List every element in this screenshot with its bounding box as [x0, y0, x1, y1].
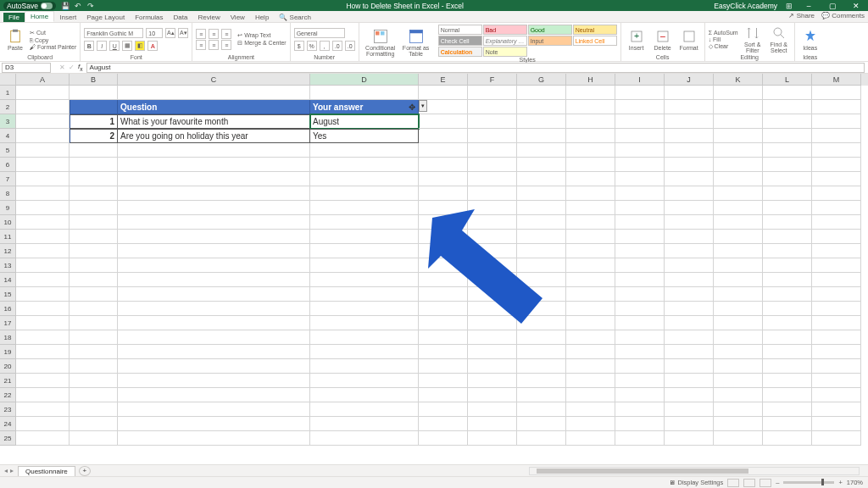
cell[interactable] — [566, 273, 615, 287]
cell[interactable] — [566, 158, 615, 172]
row-header[interactable]: 13 — [0, 258, 16, 273]
paste-button[interactable]: Paste — [3, 25, 27, 54]
undo-icon[interactable]: ↶ — [74, 1, 83, 10]
cell[interactable]: 1 — [70, 114, 118, 129]
merge-center-button[interactable]: ⊟ Merge & Center — [237, 40, 286, 47]
ideas-button[interactable]: Ideas — [798, 25, 822, 54]
cell[interactable] — [566, 201, 615, 215]
cell[interactable] — [70, 302, 118, 316]
cell[interactable] — [615, 330, 665, 345]
cell[interactable] — [714, 158, 763, 172]
cell[interactable] — [566, 244, 615, 258]
cell[interactable] — [419, 114, 468, 129]
cell[interactable] — [70, 417, 118, 431]
cell[interactable] — [763, 230, 812, 244]
cut-button[interactable]: ✂ Cut — [30, 30, 76, 36]
cell[interactable] — [16, 86, 70, 100]
cell[interactable] — [763, 330, 812, 345]
cell[interactable] — [468, 172, 517, 186]
cell[interactable] — [763, 345, 812, 359]
cell[interactable] — [665, 215, 714, 230]
cell[interactable] — [812, 100, 861, 114]
cell[interactable] — [615, 273, 665, 287]
cell[interactable] — [310, 273, 419, 287]
cell[interactable] — [763, 287, 812, 302]
row-header[interactable]: 14 — [0, 273, 16, 287]
cell[interactable] — [70, 431, 118, 446]
cell[interactable] — [665, 402, 714, 417]
cell[interactable] — [665, 143, 714, 158]
cell[interactable] — [812, 345, 861, 359]
cell[interactable] — [310, 201, 419, 215]
row-header[interactable]: 12 — [0, 244, 16, 258]
cell[interactable] — [16, 374, 70, 388]
cell[interactable] — [310, 402, 419, 417]
cell[interactable] — [763, 143, 812, 158]
cellstyle-calc[interactable]: Calculation — [438, 47, 482, 57]
cell[interactable] — [118, 359, 310, 374]
number-format-select[interactable]: General — [294, 28, 345, 38]
row-header[interactable]: 9 — [0, 201, 16, 215]
cell[interactable] — [70, 287, 118, 302]
cell[interactable] — [419, 86, 468, 100]
fill-button[interactable]: ↓ Fill — [709, 36, 738, 42]
col-E[interactable]: E — [419, 74, 468, 86]
tab-nav-next-icon[interactable]: ▸ — [10, 467, 14, 474]
cell[interactable] — [310, 302, 419, 316]
cell[interactable] — [310, 287, 419, 302]
delete-cells-button[interactable]: –Delete — [651, 25, 675, 54]
row-header[interactable]: 7 — [0, 172, 16, 186]
find-select-button[interactable]: Find & Select — [767, 25, 791, 54]
cell[interactable] — [16, 273, 70, 287]
cell[interactable] — [70, 359, 118, 374]
cell[interactable] — [70, 158, 118, 172]
cell[interactable] — [419, 345, 468, 359]
cell[interactable] — [16, 172, 70, 186]
cell[interactable]: August — [310, 114, 419, 129]
cell[interactable] — [16, 345, 70, 359]
cell[interactable] — [310, 431, 419, 446]
cell[interactable] — [16, 244, 70, 258]
cell[interactable] — [310, 172, 419, 186]
cell[interactable] — [615, 359, 665, 374]
cell[interactable] — [310, 345, 419, 359]
cell[interactable] — [468, 431, 517, 446]
cell[interactable] — [16, 330, 70, 345]
insert-cells-button[interactable]: +Insert — [625, 25, 648, 54]
cell[interactable] — [665, 158, 714, 172]
col-K[interactable]: K — [714, 74, 763, 86]
cell[interactable] — [812, 359, 861, 374]
cell[interactable] — [566, 215, 615, 230]
cell[interactable] — [70, 273, 118, 287]
font-size-select[interactable]: 10 — [146, 28, 163, 38]
cell[interactable] — [70, 345, 118, 359]
cell[interactable] — [566, 330, 615, 345]
cell[interactable] — [70, 100, 118, 114]
cell[interactable] — [714, 114, 763, 129]
cell[interactable] — [665, 302, 714, 316]
col-F[interactable]: F — [468, 74, 517, 86]
format-painter-button[interactable]: 🖌 Format Painter — [30, 44, 76, 50]
cell[interactable] — [714, 230, 763, 244]
cell[interactable] — [714, 258, 763, 273]
cell[interactable] — [812, 287, 861, 302]
cell[interactable] — [468, 86, 517, 100]
cell[interactable] — [714, 143, 763, 158]
cell[interactable] — [517, 158, 566, 172]
cell[interactable] — [615, 114, 665, 129]
row-header[interactable]: 21 — [0, 374, 16, 388]
cell[interactable] — [310, 359, 419, 374]
cell[interactable] — [310, 244, 419, 258]
cell[interactable] — [419, 172, 468, 186]
cell[interactable] — [310, 186, 419, 201]
cell[interactable] — [812, 374, 861, 388]
tab-data[interactable]: Data — [169, 13, 193, 22]
row-header[interactable]: 10 — [0, 215, 16, 230]
cell[interactable] — [812, 86, 861, 100]
tab-file[interactable]: File — [3, 13, 25, 22]
cell[interactable] — [812, 215, 861, 230]
cell[interactable] — [70, 244, 118, 258]
cell[interactable] — [615, 417, 665, 431]
cell[interactable] — [118, 402, 310, 417]
sheet-tab-questionnaire[interactable]: Questionnaire — [18, 466, 75, 476]
